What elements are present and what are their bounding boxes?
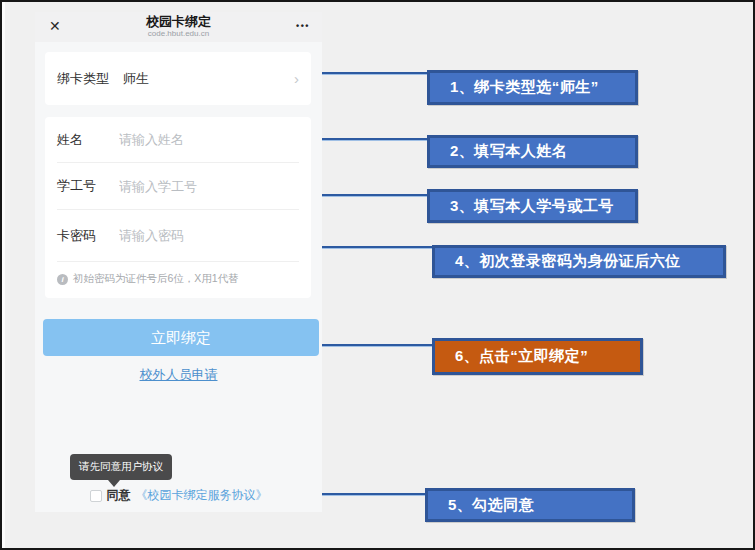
connector-line-step6 (322, 344, 433, 347)
student-id-input[interactable] (119, 179, 299, 194)
callout-step-5: 5、勾选同意 (425, 488, 635, 522)
phone-screenshot: ✕ 校园卡绑定 code.hbut.edu.cn ••• 绑卡类型 师生 › 姓… (35, 12, 322, 512)
name-input[interactable] (119, 132, 299, 147)
card-password-label: 卡密码 (57, 227, 119, 245)
chevron-right-icon: › (294, 71, 299, 86)
student-id-row: 学工号 (57, 163, 299, 210)
page-domain: code.hbut.edu.cn (35, 29, 322, 38)
external-link-row: 校外人员申请 (35, 365, 322, 384)
bind-now-button[interactable]: 立即绑定 (43, 319, 319, 356)
agreement-link[interactable]: 《校园卡绑定服务协议》 (136, 487, 268, 504)
navbar: ✕ 校园卡绑定 code.hbut.edu.cn ••• (35, 12, 322, 42)
info-icon: i (57, 274, 68, 285)
name-row: 姓名 (57, 117, 299, 163)
agreement-tooltip: 请先同意用户协议 (70, 454, 172, 480)
page-title: 校园卡绑定 (35, 15, 322, 29)
agree-label: 同意 (107, 487, 131, 504)
tooltip-arrow (108, 480, 120, 487)
navbar-title-block: 校园卡绑定 code.hbut.edu.cn (35, 15, 322, 38)
agreement-tooltip-text: 请先同意用户协议 (79, 460, 163, 472)
card-password-input[interactable] (119, 228, 299, 243)
callout-step-6: 6、点击“立即绑定” (432, 338, 643, 375)
agreement-checkbox[interactable] (90, 490, 102, 502)
student-id-label: 学工号 (57, 177, 119, 195)
card-type-row[interactable]: 绑卡类型 师生 › (45, 52, 311, 105)
callout-step-4: 4、初次登录密码为身份证后六位 (432, 245, 726, 278)
card-type-label: 绑卡类型 (57, 70, 123, 88)
password-hint-text: 初始密码为证件号后6位，X用1代替 (73, 272, 239, 286)
connector-line-step3 (322, 194, 428, 197)
connector-line-step4 (322, 246, 433, 249)
password-hint-row: i 初始密码为证件号后6位，X用1代替 (57, 262, 299, 296)
callout-step-2: 2、填写本人姓名 (427, 135, 638, 168)
card-type-value: 师生 (123, 70, 149, 88)
connector-line-step5 (322, 493, 426, 496)
form-card: 姓名 学工号 卡密码 i 初始密码为证件号后6位，X用1代替 (45, 117, 311, 298)
callout-step-3: 3、填写本人学号或工号 (427, 189, 638, 223)
agreement-row: 同意 《校园卡绑定服务协议》 (35, 487, 322, 504)
connector-line-step1 (322, 72, 428, 75)
external-applicant-link[interactable]: 校外人员申请 (140, 367, 218, 382)
tutorial-canvas: ✕ 校园卡绑定 code.hbut.edu.cn ••• 绑卡类型 师生 › 姓… (0, 0, 755, 550)
more-menu-icon[interactable]: ••• (296, 21, 310, 31)
connector-line-step2 (322, 138, 428, 141)
name-label: 姓名 (57, 131, 119, 149)
card-password-row: 卡密码 (57, 210, 299, 262)
callout-step-1: 1、绑卡类型选“师生” (427, 70, 638, 105)
